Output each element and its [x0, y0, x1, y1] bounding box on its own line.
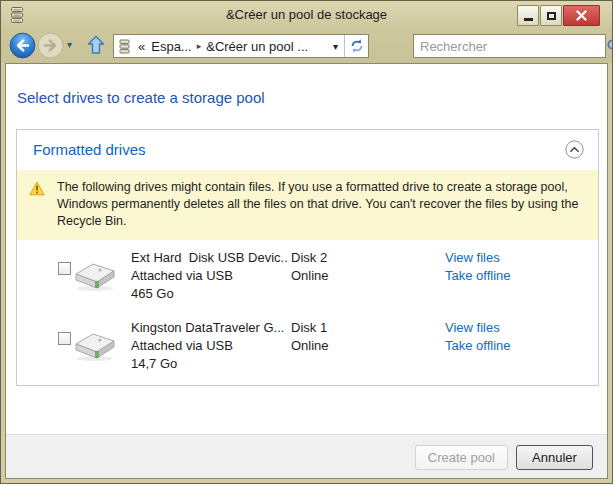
drive-checkbox[interactable]	[58, 332, 71, 345]
drive-connection: Attached via USB	[131, 267, 289, 285]
breadcrumb-separator-icon[interactable]: ▸	[195, 41, 204, 51]
drive-disk-info: Disk 2 Online	[291, 249, 431, 285]
drive-disk-number: Disk 2	[291, 249, 431, 267]
close-button[interactable]	[563, 5, 600, 26]
drive-status: Online	[291, 267, 431, 285]
storage-pool-window: &Créer un pool de stockage	[0, 0, 613, 484]
search-input[interactable]	[414, 39, 602, 54]
search-box	[413, 34, 606, 58]
minimize-icon	[524, 18, 533, 21]
maximize-icon	[547, 12, 556, 20]
breadcrumb-item-root[interactable]: Espa...	[148, 39, 194, 54]
history-dropdown-icon[interactable]: ▾	[67, 39, 72, 51]
create-pool-button[interactable]: Create pool	[415, 445, 508, 470]
panel-title: Formatted drives	[33, 141, 146, 158]
panel-header: Formatted drives	[17, 130, 598, 170]
back-arrow-icon	[9, 32, 36, 59]
take-offline-link[interactable]: Take offline	[445, 267, 585, 285]
drive-size: 14,7 Go	[131, 355, 289, 373]
refresh-button[interactable]	[344, 35, 368, 57]
drive-connection: Attached via USB	[131, 337, 289, 355]
titlebar: &Créer un pool de stockage	[1, 1, 612, 29]
forward-button[interactable]	[37, 32, 64, 59]
take-offline-link[interactable]: Take offline	[445, 337, 585, 355]
collapse-panel-button[interactable]	[565, 140, 584, 159]
formatted-drives-panel: Formatted drives The following d	[16, 129, 599, 386]
drive-details: Kingston DataTraveler G... Attached via …	[131, 319, 289, 373]
drive-actions: View files Take offline	[445, 249, 585, 285]
refresh-icon	[349, 38, 365, 54]
view-files-link[interactable]: View files	[445, 249, 585, 267]
dialog-footer: Create pool Annuler	[6, 434, 607, 478]
drive-disk-info: Disk 1 Online	[291, 319, 431, 355]
breadcrumb-overflow-icon[interactable]: «	[135, 39, 148, 54]
drive-row-2: Kingston DataTraveler G... Attached via …	[17, 316, 598, 386]
forward-arrow-icon	[37, 32, 64, 59]
minimize-button[interactable]	[517, 5, 539, 26]
warning-banner: The following drives might contain files…	[17, 170, 598, 240]
up-button[interactable]	[87, 35, 105, 55]
drive-row-1: Ext Hard Disk USB Devic... Attached via …	[17, 246, 598, 316]
breadcrumb-item-current[interactable]: &Créer un pool ...	[203, 39, 311, 54]
drive-disk-number: Disk 1	[291, 319, 431, 337]
search-button[interactable]	[602, 38, 613, 54]
drive-name: Ext Hard Disk USB Devic...	[131, 249, 289, 267]
chevron-up-icon	[565, 140, 584, 159]
drive-status: Online	[291, 337, 431, 355]
address-dropdown-icon[interactable]: ▾	[327, 41, 344, 52]
back-button[interactable]	[9, 32, 36, 59]
window-controls	[516, 5, 600, 26]
external-drive-icon	[72, 325, 118, 363]
navigation-bar: ▾ « Espa... ▸ &Créer un pool ... ▾	[1, 29, 612, 63]
view-files-link[interactable]: View files	[445, 319, 585, 337]
search-icon	[606, 38, 613, 54]
warning-text: The following drives might contain files…	[57, 179, 583, 230]
drive-actions: View files Take offline	[445, 319, 585, 355]
client-area: Select drives to create a storage pool F…	[5, 63, 608, 479]
up-arrow-icon	[87, 35, 105, 55]
external-drive-icon	[72, 255, 118, 293]
drive-details: Ext Hard Disk USB Devic... Attached via …	[131, 249, 289, 303]
cancel-button[interactable]: Annuler	[516, 445, 593, 470]
warning-icon	[29, 181, 45, 196]
page-title: Select drives to create a storage pool	[17, 89, 607, 106]
drive-size: 465 Go	[131, 285, 289, 303]
maximize-button[interactable]	[540, 5, 562, 26]
drive-checkbox[interactable]	[58, 262, 71, 275]
breadcrumb[interactable]: « Espa... ▸ &Créer un pool ... ▾	[113, 34, 369, 58]
breadcrumb-location-icon	[119, 39, 130, 54]
close-icon	[576, 10, 587, 21]
drive-name: Kingston DataTraveler G...	[131, 319, 289, 337]
